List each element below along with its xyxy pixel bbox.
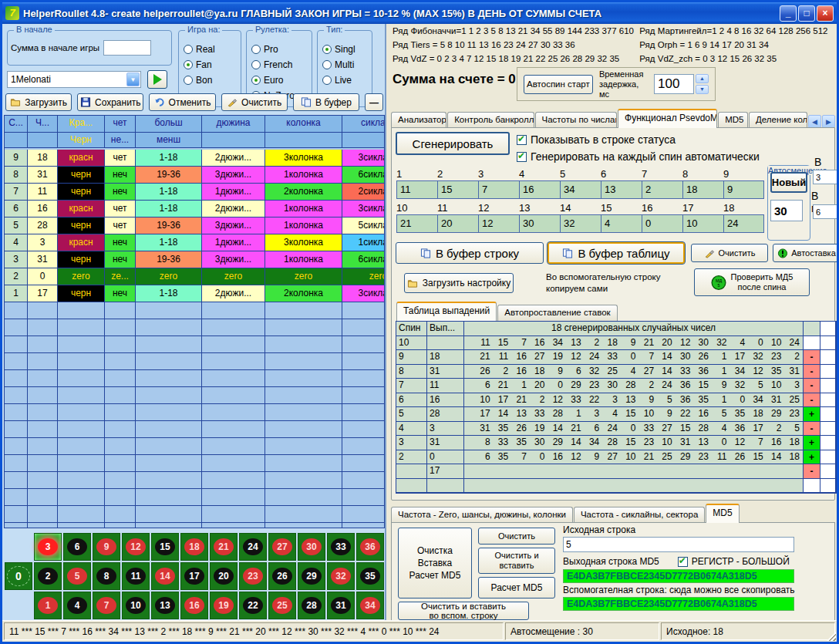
radio-option-multi[interactable]: Multi (322, 57, 367, 72)
cell-dozen[interactable]: 1дюжи... (202, 234, 265, 251)
result-cell[interactable]: 3 (427, 422, 464, 437)
cell-column[interactable]: 3колонка (265, 150, 342, 167)
toolbar-button-2[interactable]: Сохранить (77, 93, 143, 111)
tab-контроль-банкролла[interactable]: Контроль банкролла (447, 112, 534, 128)
gen-value-cell[interactable]: 30 (519, 214, 560, 233)
board-cell-21[interactable]: 21 (210, 533, 238, 561)
numbers-cell[interactable]: 63570161292710212529231126151418 (464, 450, 804, 465)
cell-range[interactable]: 1-18 (136, 184, 202, 201)
cell-spin[interactable]: 8 (5, 167, 28, 184)
cell-parity[interactable]: неч (105, 234, 136, 251)
cell-dozen[interactable]: 3дюжи... (202, 167, 265, 184)
numbers-cell[interactable]: 3135261914216240332715284361725 (464, 422, 804, 437)
chevron-down-icon[interactable]: ▼ (126, 72, 140, 86)
cell-dozen[interactable]: zero (202, 268, 265, 285)
cell-color[interactable]: красн (58, 201, 105, 217)
toolbar-button-4[interactable]: Очистить (221, 93, 288, 111)
cell-number[interactable]: 3 (28, 234, 58, 251)
numbers-cell[interactable]: 2621618963225427143336134123531 (464, 365, 804, 379)
maximize-button[interactable]: □ (798, 5, 815, 22)
freq-tab-частота-сиклайны-сектора[interactable]: Частота - сиклайны, сектора (574, 507, 705, 523)
board-cell-22[interactable]: 22 (239, 592, 267, 619)
cell-spin[interactable]: 6 (5, 201, 28, 217)
md5-clear-button[interactable]: Очистить (478, 528, 555, 545)
cell-range[interactable]: 19-36 (136, 167, 202, 184)
cell-number[interactable]: 0 (28, 268, 58, 285)
cell-column[interactable]: 2колонка (265, 184, 342, 201)
gen-value-cell[interactable]: 7 (478, 180, 519, 199)
new-offset-button[interactable]: Новый (770, 172, 807, 193)
numbers-cell[interactable]: 21111627191224330714302611732232 (464, 350, 804, 365)
freq-tab-md5[interactable]: MD5 (706, 504, 739, 523)
board-cell-2[interactable]: 2 (34, 562, 62, 590)
cell-range[interactable]: 1-18 (136, 201, 202, 217)
clear-gen-button[interactable]: Очистить (691, 244, 768, 262)
board-cell-16[interactable]: 16 (180, 592, 208, 619)
spin-cell[interactable]: 9 (396, 350, 427, 365)
spin-cell[interactable]: 4 (396, 422, 427, 437)
board-cell-33[interactable]: 33 (327, 533, 355, 561)
result-cell[interactable]: 31 (427, 436, 464, 450)
minimize-button[interactable]: _ (780, 5, 797, 22)
show-status-checkbox[interactable] (517, 135, 527, 145)
cell-number[interactable]: 17 (28, 285, 58, 302)
board-cell-9[interactable]: 9 (93, 533, 120, 561)
cell-dozen[interactable]: 2дюжи... (202, 201, 265, 217)
board-cell-11[interactable]: 11 (122, 562, 150, 590)
cell-color[interactable]: zero (58, 268, 105, 285)
board-cell-6[interactable]: 6 (63, 533, 91, 561)
gen-value-cell[interactable]: 34 (560, 180, 601, 199)
generate-button[interactable]: Сгенерировать (396, 132, 510, 155)
cell-column[interactable]: 1колонка (265, 217, 342, 234)
cell-sixline[interactable]: zero (342, 268, 385, 285)
cell-column[interactable]: zero (265, 268, 342, 285)
gen-value-cell[interactable]: 18 (682, 180, 723, 199)
board-cell-31[interactable]: 31 (327, 592, 355, 619)
tab-функционал-psevdoms[interactable]: Функционал PsevdoMS (618, 109, 717, 128)
autogen-checkbox[interactable] (517, 152, 527, 162)
cell-parity[interactable]: чет (105, 150, 136, 167)
board-cell-27[interactable]: 27 (268, 533, 296, 561)
cell-spin[interactable]: 4 (5, 234, 28, 251)
cell-sixline[interactable]: 1сиклайн (342, 234, 385, 251)
cell-parity[interactable]: неч (105, 184, 136, 201)
board-cell-4[interactable]: 4 (63, 592, 91, 619)
cell-column[interactable]: 1колонка (265, 167, 342, 184)
copy-row-button[interactable]: В буфер строку (396, 242, 544, 264)
radio-option-euro[interactable]: Euro (251, 72, 307, 88)
gen-value-cell[interactable]: 20 (437, 214, 478, 233)
board-cell-3[interactable]: 3 (34, 533, 62, 561)
gen-value-cell[interactable]: 11 (396, 180, 437, 199)
cell-range[interactable]: 1-18 (136, 285, 202, 302)
board-cell-34[interactable]: 34 (356, 592, 384, 619)
check-md5-button[interactable]: МД5 Проверить МД5после спина (694, 268, 810, 296)
gen-value-cell[interactable]: 4 (601, 214, 642, 233)
gen-value-cell[interactable]: 13 (601, 180, 642, 199)
cell-dozen[interactable]: 2дюжи... (202, 150, 265, 167)
source-string-input[interactable] (563, 537, 794, 552)
board-cell-14[interactable]: 14 (151, 562, 179, 590)
start-sum-input[interactable] (103, 40, 151, 56)
spin-up-icon[interactable]: ▲ (696, 74, 709, 83)
load-settings-button[interactable]: Загрузить настройку (404, 273, 514, 293)
cell-spin[interactable]: 7 (5, 184, 28, 201)
gen-value-cell[interactable]: 32 (560, 214, 601, 233)
cell-column[interactable]: 2колонка (265, 285, 342, 302)
numbers-cell[interactable] (464, 464, 804, 479)
cell-parity[interactable]: неч (105, 251, 136, 268)
cell-dozen[interactable]: 2дюжи... (202, 285, 265, 302)
result-cell[interactable]: 16 (427, 393, 464, 408)
plus-input[interactable] (813, 170, 837, 184)
result-cell[interactable]: 28 (427, 407, 464, 422)
tab-md5[interactable]: MD5 (718, 112, 748, 128)
cell-sixline[interactable]: 6сиклайн (342, 251, 385, 268)
board-cell-10[interactable]: 10 (122, 592, 150, 619)
toolbar-button-3[interactable]: Отменить (149, 93, 215, 111)
cell-dozen[interactable]: 1дюжи... (202, 184, 265, 201)
board-cell-17[interactable]: 17 (180, 562, 208, 590)
cell-color[interactable]: красн (58, 150, 105, 167)
cell-column[interactable]: 1колонка (265, 251, 342, 268)
run-profile-button[interactable] (147, 70, 167, 89)
spin-cell[interactable]: 6 (396, 393, 427, 408)
numbers-cell[interactable] (464, 479, 804, 494)
